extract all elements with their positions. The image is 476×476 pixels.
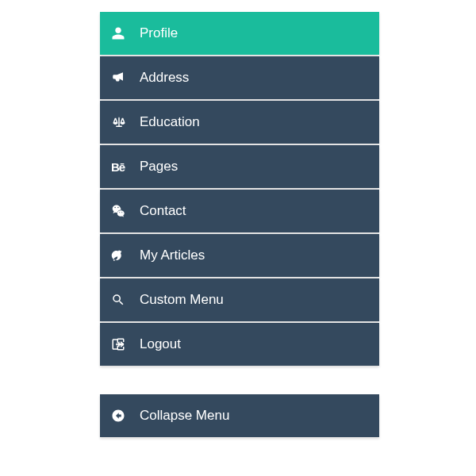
collapse-menu-button[interactable]: Collapse Menu	[100, 394, 379, 437]
collapse-menu-label: Collapse Menu	[140, 408, 229, 424]
menu-item-label: Education	[140, 114, 200, 130]
balance-scale-icon	[111, 115, 132, 129]
search-icon	[111, 293, 132, 307]
menu-item-my-articles[interactable]: My Articles	[100, 234, 379, 277]
menu-item-label: Profile	[140, 25, 178, 41]
bomb-icon	[111, 248, 132, 263]
menu-item-profile[interactable]: Profile	[100, 12, 379, 55]
menu-item-label: My Articles	[140, 248, 205, 263]
user-icon	[111, 26, 132, 40]
menu-item-contact[interactable]: Contact	[100, 190, 379, 232]
sign-out-icon	[111, 337, 132, 351]
menu-item-education[interactable]: Education	[100, 101, 379, 144]
menu-item-label: Logout	[140, 336, 181, 352]
menu-item-address[interactable]: Address	[100, 56, 379, 99]
sidebar-menu: Profile Address Education Bē Pages Conta…	[100, 12, 379, 367]
menu-item-label: Address	[140, 70, 189, 86]
menu-item-label: Contact	[140, 203, 186, 219]
menu-item-label: Pages	[140, 159, 178, 175]
arrow-circle-left-icon	[111, 409, 132, 423]
menu-item-logout[interactable]: Logout	[100, 323, 379, 366]
bullhorn-icon	[111, 71, 132, 85]
menu-item-label: Custom Menu	[140, 292, 224, 308]
menu-item-pages[interactable]: Bē Pages	[100, 145, 379, 188]
behance-icon: Bē	[111, 160, 132, 174]
wechat-icon	[111, 204, 132, 218]
collapse-menu-container: Collapse Menu	[100, 394, 379, 439]
menu-item-custom-menu[interactable]: Custom Menu	[100, 278, 379, 321]
